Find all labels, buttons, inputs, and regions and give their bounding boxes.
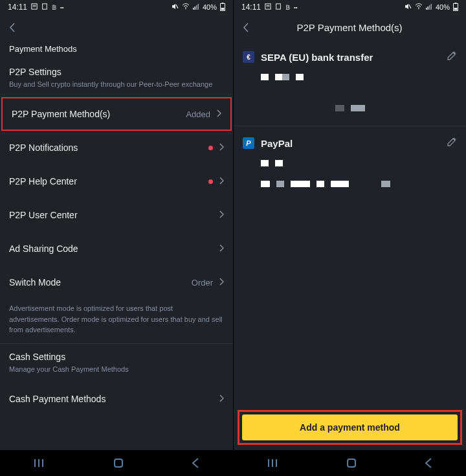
battery-icon — [453, 3, 458, 12]
content-area: Payment Methods P2P Settings Buy and Sel… — [0, 40, 233, 476]
svg-rect-8 — [196, 5, 197, 10]
cash-settings-title: Cash Settings — [0, 344, 233, 363]
status-bar: 14:11 𝔹 •• 40% — [0, 0, 233, 14]
page-title: P2P Payment Method(s) — [255, 22, 444, 33]
menu-right — [208, 177, 224, 187]
chevron-right-icon — [219, 210, 224, 220]
clock: 14:11 — [241, 3, 261, 12]
screen-title: Payment Methods — [0, 40, 233, 59]
notif-icon-2 — [41, 3, 48, 12]
svg-line-21 — [409, 5, 411, 8]
redacted-row — [243, 102, 457, 114]
chevron-right-icon — [219, 278, 224, 288]
p2p-settings-desc: Buy and Sell crypto instantly through ou… — [0, 78, 233, 97]
menu-right — [208, 143, 224, 153]
svg-rect-6 — [193, 8, 194, 10]
svg-rect-29 — [454, 8, 458, 10]
add-button-highlight: Add a payment method — [238, 410, 462, 445]
settings-screen: 14:11 𝔹 •• 40% Payment Methods P2P Setti… — [0, 0, 233, 476]
menu-right: Order — [192, 278, 224, 288]
p2p-settings-title: P2P Settings — [0, 59, 233, 78]
menu-value: Added — [186, 109, 210, 119]
signal-icon — [426, 3, 432, 11]
menu-label: P2P Help Center — [9, 176, 208, 187]
svg-rect-20 — [276, 3, 281, 8]
android-nav — [234, 450, 466, 476]
back-button[interactable] — [9, 23, 15, 32]
svg-rect-7 — [194, 6, 195, 10]
back-button[interactable] — [192, 457, 199, 469]
home-button[interactable] — [113, 457, 124, 469]
menu-label: P2P Payment Method(s) — [12, 109, 186, 119]
menu-right: Added — [186, 109, 221, 119]
payment-name: SEPA (EU) bank transfer — [261, 52, 440, 63]
svg-rect-23 — [426, 8, 427, 10]
svg-rect-24 — [427, 6, 428, 10]
battery-pct: 40% — [436, 3, 450, 11]
menu-right — [219, 244, 224, 254]
notif-icon-2 — [275, 3, 282, 12]
menu-label: P2P Notifications — [9, 142, 208, 153]
svg-point-22 — [418, 8, 419, 10]
notif-icon-more: •• — [294, 5, 298, 10]
svg-rect-33 — [348, 459, 355, 467]
p2p-help-center-item[interactable]: P2P Help Center — [0, 164, 233, 198]
ad-sharing-code-item[interactable]: Ad Sharing Code — [0, 232, 233, 266]
svg-rect-26 — [430, 4, 432, 10]
notif-icon-1 — [31, 3, 38, 12]
p2p-user-center-item[interactable]: P2P User Center — [0, 198, 233, 232]
add-payment-method-button[interactable]: Add a payment method — [242, 414, 458, 440]
redacted-row — [261, 157, 457, 169]
edit-icon[interactable] — [447, 137, 457, 150]
menu-right — [219, 394, 224, 404]
svg-point-5 — [185, 8, 186, 10]
home-button[interactable] — [346, 457, 357, 469]
p2p-payment-methods-item[interactable]: P2P Payment Method(s) Added — [1, 97, 232, 131]
recents-button[interactable] — [34, 458, 45, 468]
redacted-row — [261, 178, 457, 190]
p2p-notifications-item[interactable]: P2P Notifications — [0, 131, 233, 164]
notification-dot-icon — [208, 179, 213, 184]
recents-button[interactable] — [267, 458, 279, 468]
android-nav — [0, 450, 233, 476]
signal-icon — [193, 3, 199, 11]
cash-settings-desc: Manage your Cash Payment Methods — [0, 363, 233, 382]
switch-mode-item[interactable]: Switch Mode Order — [0, 266, 233, 299]
notif-icon-3: 𝔹 — [285, 4, 290, 11]
mute-icon — [171, 3, 179, 12]
payment-method-sepa[interactable]: € SEPA (EU) bank transfer — [234, 40, 466, 126]
back-button[interactable] — [243, 23, 249, 32]
cash-payment-methods-item[interactable]: Cash Payment Methods — [0, 382, 233, 416]
mute-icon — [404, 3, 412, 12]
svg-rect-3 — [43, 3, 47, 8]
mode-desc: Advertisement mode is optimized for user… — [0, 299, 233, 343]
payment-method-paypal[interactable]: P PayPal — [234, 126, 466, 201]
redacted-row — [261, 71, 457, 83]
paypal-icon: P — [243, 137, 254, 149]
menu-label: Switch Mode — [9, 277, 192, 288]
wifi-icon — [415, 3, 423, 11]
chevron-right-icon — [219, 177, 224, 187]
menu-label: Ad Sharing Code — [9, 244, 219, 254]
menu-right — [219, 210, 224, 220]
status-bar: 14:11 𝔹 •• 40% — [234, 0, 466, 14]
svg-line-4 — [176, 5, 178, 8]
wifi-icon — [182, 3, 190, 11]
payment-methods-screen: 14:11 𝔹 •• 40% P2P Payment Method(s) € S… — [233, 0, 466, 476]
sepa-icon: € — [243, 51, 254, 63]
button-label: Add a payment method — [300, 422, 400, 433]
app-header: P2P Payment Method(s) — [234, 14, 466, 40]
svg-rect-16 — [115, 459, 122, 467]
chevron-right-icon — [219, 394, 224, 404]
notif-icon-1 — [265, 3, 271, 12]
payment-name: PayPal — [261, 138, 440, 149]
battery-icon — [220, 3, 225, 12]
edit-icon[interactable] — [447, 51, 457, 63]
svg-rect-12 — [221, 8, 225, 10]
menu-label: Cash Payment Methods — [9, 394, 219, 404]
notif-icon-3: 𝔹 — [52, 4, 56, 11]
chevron-right-icon — [219, 244, 224, 254]
svg-rect-9 — [197, 4, 199, 10]
battery-pct: 40% — [203, 3, 217, 11]
back-button[interactable] — [425, 457, 432, 469]
